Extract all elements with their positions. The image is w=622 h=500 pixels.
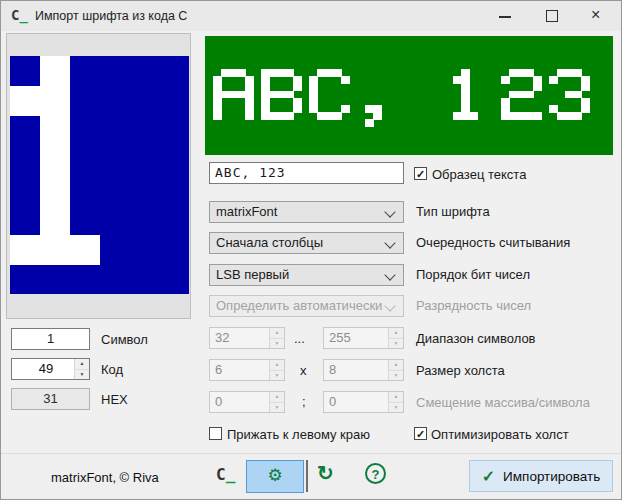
glyph-canvas[interactable] (10, 56, 189, 294)
sample-text-input[interactable]: ABC, 123 (209, 162, 404, 184)
spin-up-icon[interactable]: ▲ (75, 359, 89, 369)
bit-order-label: Порядок бит чисел (416, 267, 530, 282)
import-font-dialog: C_ Импорт шрифта из кода C × 1 Символ 49… (0, 0, 622, 500)
close-button[interactable]: × (582, 1, 616, 31)
spin-up-icon: ▲ (270, 328, 284, 338)
hex-label: HEX (101, 392, 128, 407)
align-left-checkbox[interactable] (209, 427, 222, 440)
canvas-height-value: 8 (329, 362, 336, 377)
code-spin-buttons[interactable]: ▲▼ (74, 359, 89, 379)
spin-up-icon: ▲ (270, 392, 284, 402)
offset-separator: ; (302, 394, 306, 409)
code-value: 49 (39, 361, 53, 376)
char-range-separator: ... (294, 331, 305, 346)
spin-buttons: ▲▼ (388, 328, 403, 348)
spin-down-icon: ▼ (270, 338, 284, 349)
title-bar: C_ Импорт шрифта из кода C × (1, 1, 621, 31)
help-button[interactable]: ? (365, 463, 386, 484)
symbol-input[interactable]: 1 (11, 328, 90, 350)
bit-order-combobox[interactable]: LSB первый (209, 264, 404, 286)
canvas-width-value: 6 (215, 362, 222, 377)
bit-depth-combobox: Определить автоматически (209, 295, 404, 317)
spin-down-icon: ▼ (389, 402, 403, 413)
code-label: Код (101, 362, 123, 377)
canvas-size-separator: x (300, 363, 307, 378)
footer-bar: matrixFont, © Riva C_ ⚙ ↻ ? ✓ Импортиров… (1, 453, 621, 500)
char-range-max-value: 255 (329, 330, 351, 345)
array-offset-value: 0 (215, 394, 222, 409)
bit-depth-label: Разрядность чисел (416, 298, 531, 313)
read-order-value: Сначала столбцы (216, 235, 323, 250)
spin-up-icon: ▲ (389, 360, 403, 370)
chevron-down-icon (384, 269, 395, 280)
chevron-down-icon (384, 237, 395, 248)
read-order-combobox[interactable]: Сначала столбцы (209, 232, 404, 254)
font-type-combobox[interactable]: matrixFont (209, 201, 404, 223)
spin-up-icon: ▲ (389, 328, 403, 338)
minimize-icon (499, 16, 511, 18)
refresh-icon: ↻ (317, 462, 334, 484)
code-spinner[interactable]: 49 ▲▼ (11, 358, 90, 380)
maximize-icon (546, 10, 558, 22)
glyph-panel (6, 33, 191, 319)
char-range-min-value: 32 (215, 330, 229, 345)
check-icon: ✓ (416, 428, 425, 440)
chevron-down-icon (384, 206, 395, 217)
symbol-offset-spinner: 0▲▼ (323, 391, 404, 413)
sample-text-checkbox-label: Образец текста (432, 167, 526, 182)
font-type-label: Тип шрифта (416, 204, 490, 219)
bit-depth-value: Определить автоматически (216, 298, 382, 313)
help-icon: ? (372, 467, 380, 482)
char-range-label: Диапазон символов (416, 331, 536, 346)
spin-buttons: ▲▼ (269, 328, 284, 348)
symbol-label: Символ (101, 332, 148, 347)
char-range-max-spinner: 255▲▼ (323, 327, 404, 349)
spin-up-icon: ▲ (270, 360, 284, 370)
spin-buttons: ▲▼ (269, 360, 284, 380)
align-left-label: Прижать к левому краю (227, 427, 370, 442)
app-icon: C_ (11, 7, 28, 23)
close-icon: × (591, 6, 600, 24)
array-offset-spinner: 0▲▼ (209, 391, 285, 413)
spin-down-icon: ▼ (270, 370, 284, 381)
char-range-min-spinner: 32▲▼ (209, 327, 285, 349)
bit-order-value: LSB первый (216, 267, 289, 282)
spin-down-icon[interactable]: ▼ (75, 369, 89, 380)
check-icon: ✓ (482, 467, 495, 486)
font-type-value: matrixFont (216, 204, 277, 219)
spin-down-icon: ▼ (389, 370, 403, 381)
app-logo: C_ (216, 465, 235, 484)
canvas-size-label: Размер холста (416, 363, 505, 378)
canvas-width-spinner: 6▲▼ (209, 359, 285, 381)
sample-text-checkbox[interactable]: ✓ (414, 167, 427, 180)
font-credit: matrixFont, © Riva (51, 470, 159, 485)
window-title: Импорт шрифта из кода C (35, 9, 187, 23)
hex-readout: 31 (11, 388, 90, 410)
spin-down-icon: ▼ (270, 402, 284, 413)
spin-up-icon: ▲ (389, 392, 403, 402)
chevron-down-icon (384, 300, 395, 311)
spin-down-icon: ▼ (389, 338, 403, 349)
minimize-button[interactable] (489, 1, 523, 31)
import-button-label: Импортировать (503, 469, 600, 484)
preview-canvas (205, 36, 613, 155)
read-order-label: Очередность считывания (416, 235, 570, 250)
spin-buttons: ▲▼ (388, 360, 403, 380)
spin-buttons: ▲▼ (388, 392, 403, 412)
maximize-button[interactable] (536, 1, 570, 31)
refresh-button[interactable]: ↻ (317, 461, 334, 485)
settings-button[interactable]: ⚙ (246, 460, 304, 493)
toolbar-divider (306, 460, 308, 492)
offset-label: Смещение массива/символа (416, 395, 590, 410)
import-button[interactable]: ✓ Импортировать (469, 460, 613, 492)
canvas-height-spinner: 8▲▼ (323, 359, 404, 381)
check-icon: ✓ (416, 168, 425, 180)
spin-buttons: ▲▼ (269, 392, 284, 412)
optimize-canvas-checkbox[interactable]: ✓ (414, 427, 427, 440)
symbol-offset-value: 0 (329, 394, 336, 409)
optimize-canvas-label: Оптимизировать холст (431, 427, 569, 442)
gear-icon: ⚙ (267, 466, 282, 485)
